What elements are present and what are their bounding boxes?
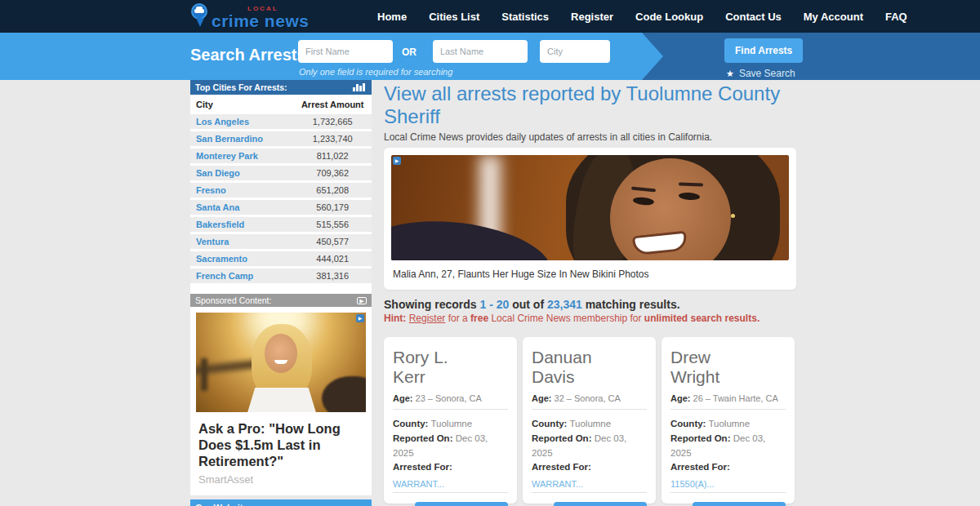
city-link-fresno[interactable]: Fresno: [196, 185, 226, 195]
arrest-cards-row: Rory L. Kerr Age: 23 – Sonora, CA County…: [384, 337, 796, 504]
table-row: Monterey Park 811,022: [190, 149, 372, 166]
car-icon: [194, 9, 204, 13]
arrested-for-label: Arrested For:: [393, 462, 452, 472]
page-title: View all arrests reported by Tuolumne Co…: [384, 82, 796, 128]
nav-item-register[interactable]: Register: [571, 11, 613, 23]
view-arrest-details-button[interactable]: View Arrest Details: [415, 502, 508, 506]
arrestee-name[interactable]: Rory L. Kerr: [393, 348, 508, 386]
charge-link[interactable]: WARRANT...: [393, 477, 444, 491]
content-area: Top Cities For Arrests: City Arrest Amou…: [190, 80, 980, 506]
hint-line: Hint: Register for a free Local Crime Ne…: [384, 313, 796, 324]
main-ad-caption[interactable]: Malia Ann, 27, Flaunts Her Huge Size In …: [391, 260, 789, 282]
county-label: County:: [393, 419, 428, 428]
sponsored-ad-image[interactable]: ▶: [196, 313, 366, 412]
reported-label: Reported On:: [670, 433, 730, 443]
top-cities-panel: Top Cities For Arrests: City Arrest Amou…: [190, 80, 372, 495]
last-name-input[interactable]: [433, 40, 528, 63]
city-link-monterey-park[interactable]: Monterey Park: [196, 151, 258, 161]
sponsored-ad: ▶ Ask a Pro: "How Long Does $1.5m Last i…: [190, 307, 372, 495]
table-row: Ventura 450,577: [190, 234, 372, 251]
adchoices-icon[interactable]: ▶: [393, 157, 401, 165]
or-label: OR: [402, 47, 416, 58]
top-cities-column-headers: City Arrest Amount: [190, 95, 372, 114]
save-search-label: Save Search: [739, 68, 795, 79]
arrestee-name[interactable]: Danuan Davis: [532, 348, 647, 386]
arrest-amount: 1,732,665: [293, 117, 372, 126]
results-total: 23,341: [547, 298, 582, 311]
nav-item-code-lookup[interactable]: Code Lookup: [635, 11, 703, 23]
arrest-amount: 811,022: [293, 151, 372, 161]
view-arrest-details-button[interactable]: View Arrest Details: [554, 502, 647, 506]
view-arrest-details-button[interactable]: View Arrest Details: [693, 502, 786, 506]
arrest-amount: 1,233,740: [293, 134, 372, 144]
table-row: Fresno 651,208: [190, 183, 372, 200]
age-label: Age:: [532, 393, 551, 403]
county-label: County:: [670, 419, 706, 428]
table-row: Bakersfield 515,556: [190, 217, 372, 234]
sponsored-content-header: Sponsored Content: ▶: [190, 294, 372, 307]
brand-crime-news-label: crime news: [212, 12, 309, 29]
city-input[interactable]: [540, 40, 610, 63]
top-cities-header: Top Cities For Arrests:: [190, 80, 372, 95]
city-link-san-diego[interactable]: San Diego: [196, 168, 240, 178]
search-band: Search Arrests OR Only one field is requ…: [0, 33, 980, 80]
main-ad-image[interactable]: ▶: [391, 155, 789, 260]
arrest-amount: 560,179: [293, 202, 372, 212]
table-row: San Diego 709,362: [190, 166, 372, 183]
reported-label: Reported On:: [532, 433, 591, 443]
arrest-amount: 450,577: [293, 237, 372, 246]
age-label: Age:: [393, 393, 412, 403]
age-value: 32 – Sonora, CA: [555, 393, 621, 403]
nav-item-statistics[interactable]: Statistics: [501, 11, 549, 23]
hint-label: Hint:: [384, 313, 406, 324]
city-link-bakersfield[interactable]: Bakersfield: [196, 220, 244, 229]
column-city: City: [196, 100, 293, 109]
city-link-ventura[interactable]: Ventura: [196, 237, 229, 246]
main-column: View all arrests reported by Tuolumne Co…: [384, 80, 796, 506]
table-row: Los Angeles 1,732,665: [190, 114, 372, 131]
star-icon: ★: [726, 69, 734, 79]
search-arrests-title: Search Arrests: [190, 46, 306, 64]
sponsored-ad-headline[interactable]: Ask a Pro: "How Long Does $1.5m Last in …: [196, 420, 366, 469]
main-ad-card: ▶ Malia Ann, 27, Flaunts Her Huge Size I…: [384, 148, 796, 290]
city-link-sacramento[interactable]: Sacramento: [196, 254, 247, 264]
sidebar: Top Cities For Arrests: City Arrest Amou…: [190, 80, 372, 506]
arrested-for-label: Arrested For:: [532, 462, 591, 472]
table-row: San Bernardino 1,233,740: [190, 131, 372, 149]
county-label: County:: [532, 419, 567, 428]
arrest-amount: 381,316: [293, 271, 372, 281]
charge-link[interactable]: WARRANT...: [532, 477, 583, 491]
sponsored-ad-source: SmartAsset: [196, 473, 366, 486]
nav-item-faq[interactable]: FAQ: [885, 11, 907, 23]
arrest-card: Danuan Davis Age: 32 – Sonora, CA County…: [523, 337, 656, 504]
register-link[interactable]: Register: [409, 313, 446, 324]
bar-chart-icon: [353, 83, 365, 91]
save-search-button[interactable]: ★ Save Search: [726, 68, 795, 79]
arrest-amount: 709,362: [293, 168, 372, 178]
find-arrests-button[interactable]: Find Arrests: [724, 38, 803, 63]
city-link-los-angeles[interactable]: Los Angeles: [196, 117, 249, 126]
top-navbar: LOCAL crime news Home Cities List Statis…: [0, 0, 980, 33]
arrested-for-label: Arrested For:: [670, 462, 730, 472]
top-cities-header-label: Top Cities For Arrests:: [195, 82, 287, 92]
age-value: 23 – Sonora, CA: [416, 393, 482, 403]
county-value: Tuolumne: [569, 419, 611, 428]
county-value: Tuolumne: [708, 419, 750, 428]
adchoices-icon[interactable]: ▶: [357, 297, 367, 304]
arrest-amount: 444,021: [293, 254, 372, 264]
nav-item-my-account[interactable]: My Account: [804, 11, 863, 23]
table-row: French Camp 381,316: [190, 269, 372, 286]
sponsored-content-label: Sponsored Content:: [195, 295, 271, 305]
nav-item-contact-us[interactable]: Contact Us: [725, 11, 782, 23]
arrest-amount: 651,208: [293, 185, 372, 195]
site-logo[interactable]: LOCAL crime news: [190, 2, 309, 29]
nav-item-home[interactable]: Home: [377, 11, 407, 23]
first-name-input[interactable]: [298, 40, 393, 63]
charge-link[interactable]: 11550(A)...: [670, 477, 715, 491]
city-link-french-camp[interactable]: French Camp: [196, 271, 253, 281]
adchoices-icon[interactable]: ▶: [356, 314, 364, 322]
nav-item-cities-list[interactable]: Cities List: [429, 11, 479, 23]
arrestee-name[interactable]: Drew Wright: [670, 348, 786, 386]
city-link-san-bernardino[interactable]: San Bernardino: [196, 134, 263, 144]
city-link-santa-ana[interactable]: Santa Ana: [196, 202, 239, 212]
